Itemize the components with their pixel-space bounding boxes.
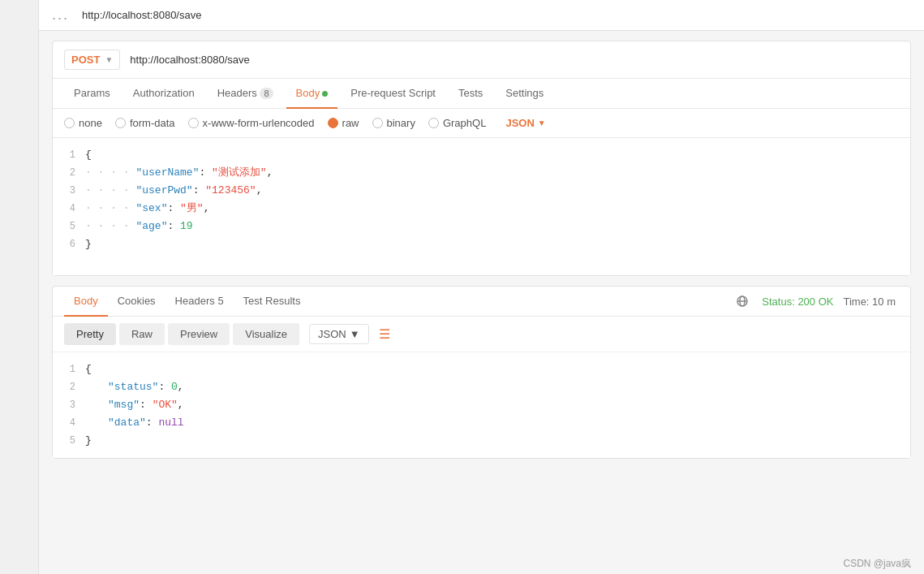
response-headers-badge: 5 xyxy=(217,295,223,307)
response-format-bar: Pretty Raw Preview Visualize JSON ▼ ☰ xyxy=(53,317,910,352)
response-section: Body Cookies Headers 5 Test Results xyxy=(52,286,911,459)
window-controls: ... xyxy=(52,6,69,24)
radio-none[interactable]: none xyxy=(64,117,102,129)
req-line-2: 2 · · · · "userName": "测试添加", xyxy=(53,164,910,182)
resp-line-2: 2 "status": 0, xyxy=(53,378,910,396)
radio-label-urlencoded: x-www-form-urlencoded xyxy=(203,117,315,129)
response-tab-cookies[interactable]: Cookies xyxy=(108,287,165,317)
resp-line-3: 3 "msg": "OK", xyxy=(53,396,910,414)
tab-body[interactable]: Body xyxy=(286,79,338,109)
method-select[interactable]: POST ▼ xyxy=(64,50,120,70)
format-preview-button[interactable]: Preview xyxy=(168,323,230,345)
body-active-dot xyxy=(322,91,328,97)
top-bar-url: http://localhost:8080/save xyxy=(82,9,201,21)
globe-icon xyxy=(736,295,749,308)
response-code-area: 1 { 2 "status": 0, 3 "msg": "OK", 4 "dat… xyxy=(53,352,910,458)
top-bar: ... http://localhost:8080/save xyxy=(39,0,924,31)
request-code-editor[interactable]: 1 { 2 · · · · "userName": "测试添加", 3 · · … xyxy=(53,137,910,275)
radio-circle-form-data xyxy=(115,118,126,128)
tab-headers[interactable]: Headers 8 xyxy=(208,79,283,109)
resp-line-1: 1 { xyxy=(53,360,910,378)
radio-circle-raw xyxy=(328,118,338,128)
request-section: POST ▼ http://localhost:8080/save Params… xyxy=(52,41,911,276)
radio-circle-none xyxy=(64,118,75,128)
request-tabs: Params Authorization Headers 8 Body Pre-… xyxy=(53,79,910,109)
tab-settings[interactable]: Settings xyxy=(496,79,553,109)
radio-label-form-data: form-data xyxy=(130,117,175,129)
tab-params[interactable]: Params xyxy=(64,79,120,109)
req-line-4: 4 · · · · "sex": "男", xyxy=(53,200,910,218)
radio-label-binary: binary xyxy=(387,117,415,129)
json-format-select[interactable]: JSON ▼ xyxy=(505,117,545,129)
req-line-3: 3 · · · · "userPwd": "123456", xyxy=(53,182,910,200)
radio-form-data[interactable]: form-data xyxy=(115,117,175,129)
url-bar: POST ▼ http://localhost:8080/save xyxy=(53,41,910,79)
radio-label-raw: raw xyxy=(342,117,359,129)
tab-pre-request-script[interactable]: Pre-request Script xyxy=(341,79,445,109)
wrap-icon[interactable]: ☰ xyxy=(379,326,390,342)
response-tabs: Body Cookies Headers 5 Test Results xyxy=(53,287,910,317)
format-visualize-button[interactable]: Visualize xyxy=(233,323,299,345)
radio-circle-urlencoded xyxy=(188,118,199,128)
resp-line-5: 5 } xyxy=(53,432,910,450)
response-tab-test-results[interactable]: Test Results xyxy=(234,287,311,317)
tab-tests[interactable]: Tests xyxy=(449,79,492,109)
body-options: none form-data x-www-form-urlencoded raw… xyxy=(53,109,910,137)
resp-line-4: 4 "data": null xyxy=(53,414,910,432)
tab-authorization[interactable]: Authorization xyxy=(123,79,204,109)
radio-urlencoded[interactable]: x-www-form-urlencoded xyxy=(188,117,315,129)
response-status-text: Status: 200 OK xyxy=(762,296,833,308)
method-label: POST xyxy=(71,54,100,66)
response-time-text: Time: 10 m xyxy=(843,296,896,308)
method-chevron-icon: ▼ xyxy=(105,55,113,64)
radio-binary[interactable]: binary xyxy=(372,117,415,129)
main-content: POST ▼ http://localhost:8080/save Params… xyxy=(39,31,924,468)
format-raw-button[interactable]: Raw xyxy=(119,323,165,345)
url-input[interactable]: http://localhost:8080/save xyxy=(130,54,899,66)
response-tab-headers[interactable]: Headers 5 xyxy=(165,287,234,317)
json-format-label: JSON xyxy=(505,117,534,129)
response-tab-body[interactable]: Body xyxy=(64,287,108,317)
response-json-select[interactable]: JSON ▼ xyxy=(309,324,369,344)
headers-badge: 8 xyxy=(260,88,273,99)
response-json-label: JSON xyxy=(318,328,346,340)
radio-graphql[interactable]: GraphQL xyxy=(428,117,486,129)
radio-raw[interactable]: raw xyxy=(328,117,359,129)
radio-label-graphql: GraphQL xyxy=(443,117,486,129)
response-status-area: Status: 200 OK Time: 10 m xyxy=(736,295,899,308)
left-panel xyxy=(0,0,39,468)
radio-label-none: none xyxy=(79,117,102,129)
radio-circle-graphql xyxy=(428,118,439,128)
req-line-1: 1 { xyxy=(53,146,910,164)
req-line-5: 5 · · · · "age": 19 xyxy=(53,218,910,235)
radio-circle-binary xyxy=(372,118,383,128)
response-json-chevron-icon: ▼ xyxy=(350,328,360,340)
req-line-6: 6 } xyxy=(53,235,910,253)
json-format-chevron-icon: ▼ xyxy=(538,119,546,127)
format-pretty-button[interactable]: Pretty xyxy=(64,323,116,345)
